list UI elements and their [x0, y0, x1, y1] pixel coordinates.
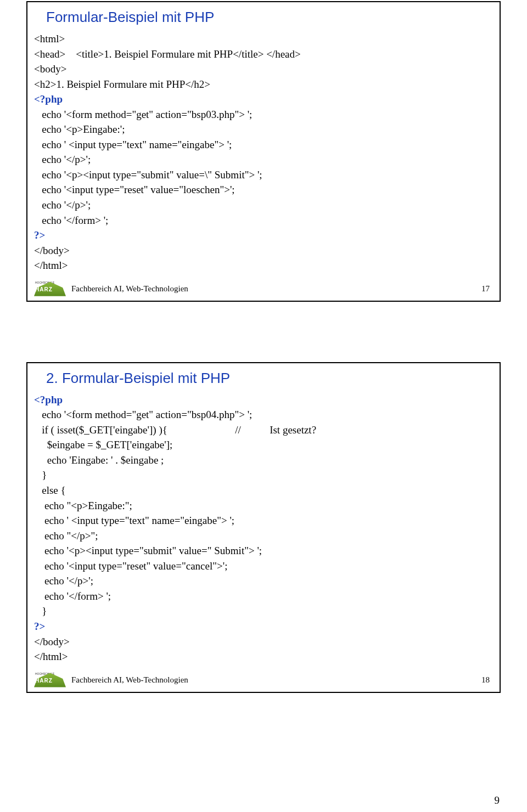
slide-2-title: 2. Formular-Beispiel mit PHP [46, 370, 493, 387]
code-line: echo '<input type="reset" value="loesche… [34, 184, 235, 195]
code-line: echo '<input type="reset" value="cancel"… [34, 560, 227, 572]
document-page: Formular-Beispiel mit PHP <html> <head> … [0, 0, 527, 812]
code-line: $eingabe = $_GET['eingabe']; [34, 439, 172, 450]
code-line: if ( isset($_GET['eingabe']) ){ [34, 424, 167, 436]
php-close-tag: ?> [34, 229, 45, 241]
code-line: echo '</form> '; [34, 215, 108, 226]
footer-text: Fachbereich AI, Web-Technologien [71, 675, 188, 685]
code-comment: // Ist gesetzt? [235, 424, 316, 436]
php-open-tag: <?php [34, 394, 63, 405]
code-line: <head> <title>1. Beispiel Formulare mit … [34, 48, 301, 60]
code-line: echo '</p>'; [34, 575, 93, 587]
slide-2: 2. Formular-Beispiel mit PHP <?php echo … [26, 362, 501, 693]
code-line: echo '<form method="get" action="bsp04.p… [34, 409, 252, 420]
code-line: else { [34, 484, 66, 496]
code-line: echo ' <input type="text" name="eingabe"… [34, 515, 234, 526]
logo-text: HARZ [35, 678, 53, 684]
code-line: <h2>1. Beispiel Formulare mit PHP</h2> [34, 78, 210, 90]
code-line: echo '<p>Eingabe:'; [34, 123, 125, 135]
footer-left: HOCHSCHULE HARZ Fachbereich AI, Web-Tech… [34, 282, 188, 296]
code-line: <html> [34, 33, 65, 44]
slide-1-code: <html> <head> <title>1. Beispiel Formula… [34, 31, 493, 273]
code-line: echo "<p>Eingabe:"; [34, 500, 132, 511]
php-close-tag: ?> [34, 621, 45, 632]
footer-left: HOCHSCHULE HARZ Fachbereich AI, Web-Tech… [34, 673, 188, 687]
slide-footer: HOCHSCHULE HARZ Fachbereich AI, Web-Tech… [34, 280, 493, 297]
code-line: echo '<p><input type="submit" value=" Su… [34, 545, 262, 556]
code-line: } [34, 469, 47, 481]
code-line: echo '<form method="get" action="bsp03.p… [34, 109, 252, 120]
code-line: </body> [34, 245, 70, 256]
harz-logo-icon: HOCHSCHULE HARZ [34, 673, 66, 687]
code-line: </html> [34, 651, 68, 662]
code-line: echo '<p><input type="submit" value=\" S… [34, 169, 262, 181]
harz-logo-icon: HOCHSCHULE HARZ [34, 282, 66, 296]
logo-text: HARZ [35, 286, 53, 292]
code-line: echo '</p>'; [34, 199, 91, 211]
slide-1: Formular-Beispiel mit PHP <html> <head> … [26, 1, 501, 302]
code-line: echo '</p>'; [34, 154, 91, 165]
code-line: } [34, 605, 47, 617]
code-line: echo 'Eingabe: ' . $eingabe ; [34, 454, 164, 466]
slide-footer: HOCHSCHULE HARZ Fachbereich AI, Web-Tech… [34, 671, 493, 689]
slide-2-code: <?php echo '<form method="get" action="b… [34, 392, 493, 664]
code-line: </html> [34, 260, 68, 271]
footer-text: Fachbereich AI, Web-Technologien [71, 284, 188, 294]
code-line: echo ' <input type="text" name="eingabe"… [34, 139, 232, 150]
slide-1-title: Formular-Beispiel mit PHP [46, 9, 493, 26]
php-open-tag: <?php [34, 93, 63, 105]
slide-page-number: 18 [481, 675, 490, 685]
code-line: </body> [34, 636, 70, 647]
code-line: <body> [34, 63, 66, 75]
code-line: echo '</form> '; [34, 590, 111, 602]
slide-page-number: 17 [481, 284, 490, 294]
code-line: echo "</p>"; [34, 530, 98, 542]
document-page-number: 9 [495, 794, 500, 807]
